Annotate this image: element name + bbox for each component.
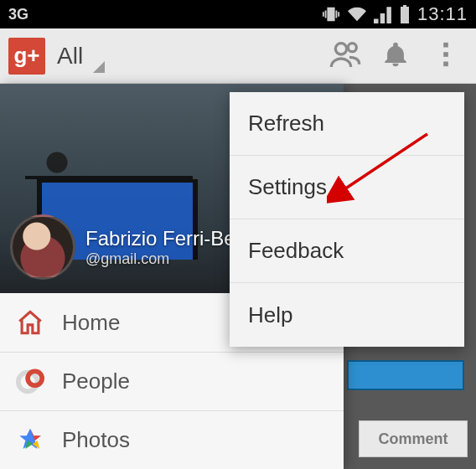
chevron-down-icon [93,61,105,73]
sidebar-item-label: Photos [62,427,130,453]
vibrate-icon [322,5,340,23]
app-action-bar: g+ All [0,28,476,84]
menu-item-label: Feedback [248,238,344,264]
clock-label: 13:11 [417,3,468,25]
svg-rect-4 [443,61,448,66]
battery-icon [399,5,411,23]
stream-spinner[interactable]: All [57,43,105,70]
post-card-fragment [347,360,464,390]
wifi-icon [347,5,367,23]
photos-icon [15,425,45,456]
menu-item-label: Settings [248,174,327,200]
menu-item-help[interactable]: Help [230,283,464,347]
avatar[interactable] [10,214,75,280]
menu-item-feedback[interactable]: Feedback [230,219,464,283]
network-type-label: 3G [8,6,28,23]
overflow-menu-button[interactable] [421,28,471,84]
menu-item-label: Refresh [248,111,324,137]
stream-spinner-label: All [57,43,83,69]
svg-rect-3 [443,52,448,57]
bell-icon [381,40,410,72]
notifications-button[interactable] [370,28,421,84]
svg-point-0 [335,43,346,54]
signal-icon [374,5,392,23]
more-vert-icon [442,40,450,72]
android-status-bar: 3G 13:11 [0,0,476,28]
svg-point-1 [348,43,356,51]
people-icon [329,38,362,75]
sidebar-item-label: Home [62,310,120,336]
comment-button-label: Comment [378,430,448,448]
people-button[interactable] [320,28,370,84]
gplus-logo-icon[interactable]: g+ [8,38,45,75]
svg-rect-2 [443,42,448,47]
sidebar-item-people[interactable]: People [0,352,344,410]
sidebar-item-label: People [62,368,130,394]
comment-button[interactable]: Comment [359,420,468,457]
circles-icon [15,367,45,397]
home-icon [15,307,45,338]
menu-item-label: Help [248,302,292,328]
menu-item-settings[interactable]: Settings [230,156,464,219]
sidebar-item-photos[interactable]: Photos [0,410,344,469]
menu-item-refresh[interactable]: Refresh [230,92,464,156]
overflow-menu: Refresh Settings Feedback Help [230,92,464,347]
